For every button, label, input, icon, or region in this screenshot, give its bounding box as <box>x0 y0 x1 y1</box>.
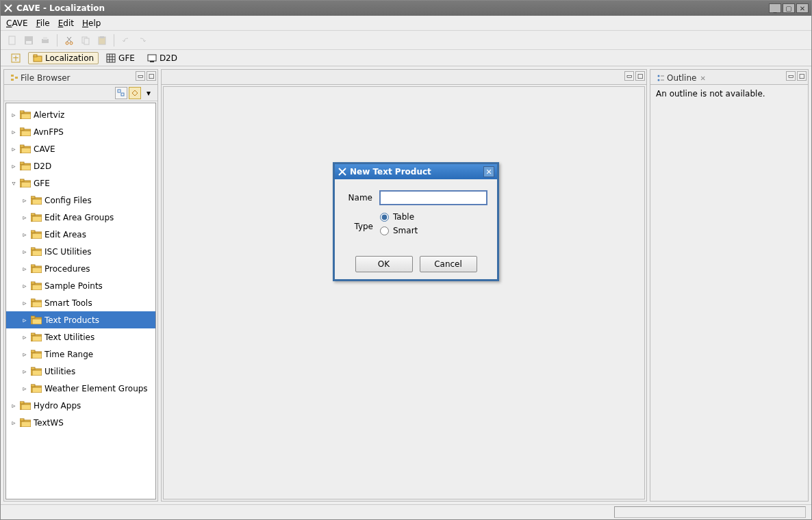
expand-arrow-icon[interactable]: ▹ <box>21 265 28 272</box>
link-editor-button[interactable] <box>129 87 141 99</box>
minimize-view-button[interactable]: ▭ <box>786 71 796 81</box>
expand-arrow-icon[interactable]: ▹ <box>10 128 17 135</box>
print-icon[interactable] <box>39 34 51 47</box>
copy-icon[interactable] <box>79 34 92 47</box>
tree-item[interactable]: ▹Utilities <box>6 363 155 380</box>
perspective-localization[interactable]: Localization <box>28 52 99 64</box>
svg-rect-68 <box>31 316 35 318</box>
tree-item-label: Text Utilities <box>45 333 94 342</box>
view-menu-button[interactable]: ▾ <box>142 87 155 99</box>
folder-icon <box>20 179 31 187</box>
tree-item[interactable]: ▹CAVE <box>6 140 155 157</box>
minimize-view-button[interactable]: ▭ <box>136 71 145 81</box>
ok-button[interactable]: OK <box>355 256 413 272</box>
tree-item[interactable]: ▹AvnFPS <box>6 123 155 140</box>
svg-rect-47 <box>31 196 35 198</box>
tree-item[interactable]: ▹Procedures <box>6 260 155 277</box>
perspective-gfe[interactable]: GFE <box>101 52 140 64</box>
expand-arrow-icon[interactable]: ▹ <box>21 367 28 375</box>
expand-arrow-icon[interactable]: ▹ <box>21 350 28 358</box>
minimize-view-button[interactable]: ▭ <box>624 71 634 81</box>
paste-icon[interactable] <box>96 34 108 47</box>
svg-rect-18 <box>34 55 37 57</box>
folder-icon <box>31 230 42 239</box>
new-icon[interactable] <box>6 34 18 47</box>
name-label: Name <box>344 193 372 203</box>
menu-cave[interactable]: CAVE <box>6 18 28 28</box>
tree-item[interactable]: ▹Text Utilities <box>6 328 155 346</box>
tree-item[interactable]: ▹Config Files <box>6 192 155 209</box>
menu-help[interactable]: Help <box>82 18 101 28</box>
svg-point-89 <box>658 79 660 81</box>
svg-rect-84 <box>21 404 31 410</box>
close-button[interactable]: ✕ <box>796 3 809 13</box>
radio-table[interactable]: Table <box>380 212 418 222</box>
tree-item-selected[interactable]: ▹Text Products <box>6 311 155 328</box>
maximize-view-button[interactable]: □ <box>147 71 156 81</box>
file-browser-tab[interactable]: File Browser <box>5 71 75 84</box>
tree-item[interactable]: ▹D2D <box>6 157 155 174</box>
maximize-view-button[interactable]: □ <box>797 71 807 81</box>
tree-item[interactable]: ▹ISC Utilities <box>6 243 155 260</box>
tree-item[interactable]: ▹Edit Areas <box>6 226 155 243</box>
svg-rect-36 <box>21 131 31 136</box>
expand-arrow-icon[interactable]: ▹ <box>10 162 17 170</box>
save-icon[interactable] <box>23 34 35 47</box>
undo-icon[interactable] <box>120 34 132 47</box>
svg-rect-4 <box>26 41 31 44</box>
tree-item[interactable]: ▹TextWS <box>6 414 155 431</box>
tree-item-label: TextWS <box>34 418 64 428</box>
expand-arrow-icon[interactable]: ▹ <box>10 419 17 426</box>
tree-item[interactable]: ▹Alertviz <box>6 106 155 123</box>
radio-smart[interactable]: Smart <box>380 226 418 235</box>
outline-tab[interactable]: Outline ✕ <box>652 71 711 84</box>
cancel-button[interactable]: Cancel <box>420 256 477 272</box>
outline-message: An outline is not available. <box>656 89 765 99</box>
expand-arrow-icon[interactable]: ▹ <box>10 111 17 118</box>
svg-rect-75 <box>32 353 42 359</box>
minimize-button[interactable]: _ <box>769 3 781 13</box>
folder-icon <box>31 264 42 273</box>
expand-arrow-icon[interactable]: ▹ <box>21 316 28 324</box>
redo-icon[interactable] <box>136 34 149 47</box>
svg-rect-50 <box>31 213 35 216</box>
menu-edit[interactable]: Edit <box>58 18 74 28</box>
expand-arrow-icon[interactable]: ▹ <box>21 385 28 392</box>
expand-arrow-icon[interactable]: ▹ <box>21 196 28 204</box>
tree-item-label: Edit Area Groups <box>45 213 114 222</box>
radio-table-input[interactable] <box>380 213 389 222</box>
file-browser-tree[interactable]: ▹Alertviz▹AvnFPS▹CAVE▹D2D▿GFE▹Config Fil… <box>6 103 155 434</box>
radio-smart-input[interactable] <box>380 226 389 235</box>
tree-item[interactable]: ▹Weather Element Groups <box>6 380 155 397</box>
expand-arrow-icon[interactable]: ▹ <box>21 248 28 255</box>
tree-item[interactable]: ▿GFE <box>6 174 155 192</box>
cut-icon[interactable] <box>63 34 75 47</box>
expand-arrow-icon[interactable]: ▹ <box>21 213 28 221</box>
collapse-all-button[interactable] <box>115 87 127 99</box>
folder-icon <box>31 298 42 307</box>
close-icon[interactable]: ✕ <box>700 75 705 82</box>
name-input[interactable] <box>379 190 487 205</box>
dialog-close-button[interactable]: ✕ <box>483 166 494 177</box>
menu-file[interactable]: File <box>36 18 50 28</box>
expand-arrow-icon[interactable]: ▹ <box>10 145 17 153</box>
tree-item[interactable]: ▹Smart Tools <box>6 294 155 311</box>
tree-item[interactable]: ▹Time Range <box>6 346 155 363</box>
maximize-view-button[interactable]: □ <box>635 71 645 81</box>
tree-item-label: D2D <box>34 161 51 171</box>
open-perspective-button[interactable]: + <box>6 52 25 64</box>
tree-item-label: Edit Areas <box>45 230 86 239</box>
expand-arrow-icon[interactable]: ▹ <box>21 299 28 307</box>
svg-rect-81 <box>32 387 42 393</box>
expand-arrow-icon[interactable]: ▹ <box>21 231 28 238</box>
expand-arrow-icon[interactable]: ▿ <box>10 179 17 187</box>
perspective-d2d[interactable]: D2D <box>142 52 182 64</box>
folder-icon <box>31 350 42 359</box>
tree-item[interactable]: ▹Hydro Apps <box>6 397 155 414</box>
tree-item[interactable]: ▹Sample Points <box>6 277 155 294</box>
tree-item[interactable]: ▹Edit Area Groups <box>6 209 155 226</box>
expand-arrow-icon[interactable]: ▹ <box>10 402 17 409</box>
expand-arrow-icon[interactable]: ▹ <box>21 282 28 289</box>
expand-arrow-icon[interactable]: ▹ <box>21 333 28 341</box>
maximize-button[interactable]: ▢ <box>783 3 795 13</box>
